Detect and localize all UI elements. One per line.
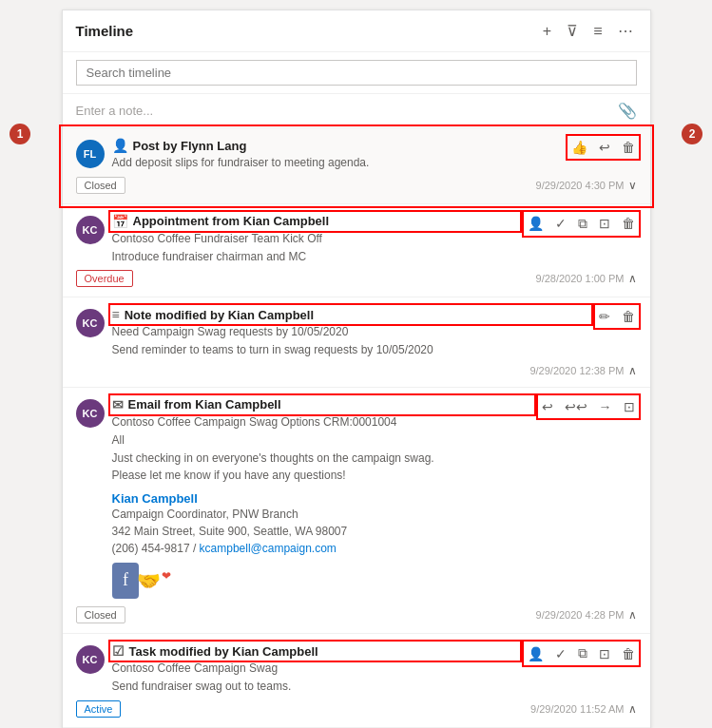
appointment-desc2: Introduce fundraiser chairman and MC (112, 249, 518, 265)
note-icon: ≡ (112, 307, 120, 322)
email-signature: Kian Campbell Campaign Coordinator, PNW … (112, 491, 532, 601)
note-timestamp: 9/29/2020 12:38 PM ∧ (529, 364, 636, 377)
delete-task-button[interactable]: 🗑 (620, 644, 637, 663)
email-title-text: Email from Kian Campbell (128, 397, 281, 412)
note-footer: 9/29/2020 12:38 PM ∧ (76, 364, 637, 377)
task-desc1: Contoso Coffee Campaign Swag (112, 661, 518, 677)
note-content: ≡ Note modified by Kian Campbell Need Ca… (112, 307, 589, 358)
attachment-icon[interactable]: 📎 (618, 102, 637, 120)
note-time-text: 9/29/2020 12:38 PM (529, 365, 624, 376)
copy-task-button[interactable]: ⧉ (576, 643, 589, 663)
post-content: 👤 Post by Flynn Lang Add deposit slips f… (112, 138, 562, 171)
check-button[interactable]: ✓ (553, 214, 568, 233)
appointment-header: KC 📅 Appointment from Kian Campbell Cont… (76, 214, 637, 265)
email-desc3: Just checking in on everyone's thoughts … (112, 450, 532, 467)
svg-text:🤝: 🤝 (136, 569, 160, 592)
appt-time-text: 9/28/2020 1:00 PM (536, 273, 625, 284)
task-actions: 👤 ✓ ⧉ ⊡ 🗑 (526, 643, 637, 663)
note-chevron[interactable]: ∧ (628, 364, 637, 377)
note-title-text: Note modified by Kian Campbell (125, 308, 314, 322)
sig-email-link[interactable]: kcampbell@campaign.com (200, 542, 337, 555)
post-item: FL 👤 Post by Flynn Lang Add deposit slip… (63, 128, 650, 204)
post-badge: Closed (76, 177, 125, 194)
add-icon[interactable]: + (539, 21, 555, 42)
reply-button[interactable]: ↩ (597, 138, 612, 157)
reply-all-button[interactable]: ↩↩ (563, 397, 589, 416)
post-chevron[interactable]: ∨ (628, 179, 637, 192)
avatar-kc-task: KC (76, 645, 105, 674)
task-chevron[interactable]: ∧ (628, 702, 637, 716)
avatar-fl: FL (76, 140, 105, 168)
email-desc1: Contoso Coffee Campaign Swag Options CRM… (112, 414, 532, 431)
delete-button[interactable]: 🗑 (620, 138, 637, 157)
avatar-kc-appt: KC (76, 216, 105, 244)
appt-chevron[interactable]: ∧ (628, 272, 637, 285)
panel-header: Timeline + ⊽ ≡ ⋯ (63, 10, 650, 52)
sort-icon[interactable]: ≡ (589, 21, 606, 42)
post-timestamp: 9/29/2020 4:30 PM ∨ (536, 179, 637, 192)
email-timestamp: 9/29/2020 4:28 PM ∧ (536, 608, 637, 622)
email-badge: Closed (76, 606, 125, 623)
search-input[interactable] (76, 60, 637, 86)
assign-button[interactable]: 👤 (526, 214, 546, 233)
task-item: KC ☑ Task modified by Kian Campbell Cont… (63, 634, 650, 728)
svg-text:❤: ❤ (162, 569, 171, 583)
post-time-text: 9/29/2020 4:30 PM (536, 180, 625, 191)
note-header: KC ≡ Note modified by Kian Campbell Need… (76, 307, 637, 358)
appointment-title-text: Appointment from Kian Campbell (133, 214, 330, 228)
task-title: ☑ Task modified by Kian Campbell (112, 643, 518, 659)
avatar-kc-email: KC (76, 399, 105, 428)
email-header: KC ✉ Email from Kian Campbell Contoso Co… (76, 397, 637, 601)
task-title-text: Task modified by Kian Campbell (129, 644, 318, 659)
edit-button[interactable]: ✏ (597, 307, 612, 326)
delete-button-appt[interactable]: 🗑 (620, 214, 637, 233)
note-desc2: Send reminder to teams to turn in swag r… (112, 342, 589, 358)
email-icon: ✉ (112, 397, 124, 412)
panel-title: Timeline (76, 23, 531, 39)
appointment-actions: 👤 ✓ ⧉ ⊡ 🗑 (526, 214, 637, 234)
appointment-footer: Overdue 9/28/2020 1:00 PM ∧ (76, 270, 637, 287)
overdue-badge: Overdue (76, 270, 133, 287)
task-content: ☑ Task modified by Kian Campbell Contoso… (112, 643, 518, 695)
open-button[interactable]: ⊡ (597, 214, 612, 233)
more-icon[interactable]: ⋯ (614, 20, 637, 42)
task-badge: Active (76, 700, 122, 718)
note-placeholder[interactable]: Enter a note... (76, 104, 154, 118)
email-title: ✉ Email from Kian Campbell (112, 397, 532, 412)
label-2: 2 (682, 124, 702, 144)
post-desc: Add deposit slips for fundraiser to meet… (112, 155, 562, 171)
open-task-button[interactable]: ⊡ (597, 644, 612, 663)
note-desc1: Need Campaign Swag requests by 10/05/202… (112, 324, 589, 340)
timeline-panel: Timeline + ⊽ ≡ ⋯ Enter a note... 📎 FL 👤 … (62, 10, 651, 728)
avatar-kc-note: KC (76, 309, 105, 337)
email-time-text: 9/29/2020 4:28 PM (536, 609, 625, 621)
assign-task-button[interactable]: 👤 (526, 644, 546, 663)
check-task-button[interactable]: ✓ (553, 644, 568, 663)
email-chevron[interactable]: ∧ (628, 608, 637, 622)
appointment-desc1: Contoso Coffee Fundraiser Team Kick Off (112, 231, 518, 247)
email-footer: Closed 9/29/2020 4:28 PM ∧ (76, 606, 637, 623)
note-actions: ✏ 🗑 (597, 307, 637, 326)
forward-button[interactable]: → (597, 397, 614, 416)
post-icon: 👤 (112, 138, 128, 153)
task-header: KC ☑ Task modified by Kian Campbell Cont… (76, 643, 637, 695)
appointment-timestamp: 9/28/2020 1:00 PM ∧ (536, 272, 637, 285)
email-desc4: Please let me know if you have any quest… (112, 468, 532, 484)
sig-name: Kian Campbell (112, 491, 532, 506)
delete-button-note[interactable]: 🗑 (620, 307, 637, 326)
sig-addr: 342 Main Street, Suite 900, Seattle, WA … (112, 523, 532, 540)
signature-image: f 🤝 ❤ (112, 561, 173, 601)
appointment-content: 📅 Appointment from Kian Campbell Contoso… (112, 214, 518, 265)
sig-role: Campaign Coordinator, PNW Branch (112, 506, 532, 523)
reply-email-button[interactable]: ↩ (540, 397, 555, 416)
open-email-button[interactable]: ⊡ (622, 397, 637, 416)
note-title: ≡ Note modified by Kian Campbell (112, 307, 589, 322)
task-desc2: Send fundraiser swag out to teams. (112, 679, 518, 695)
thumbsup-button[interactable]: 👍 (569, 138, 589, 157)
filter-icon[interactable]: ⊽ (563, 20, 582, 42)
copy-button[interactable]: ⧉ (576, 214, 589, 234)
main-container: 1 2 Timeline + ⊽ ≡ ⋯ Enter a note... 📎 F… (10, 10, 702, 728)
task-footer: Active 9/29/2020 11:52 AM ∧ (76, 700, 637, 718)
label-1: 1 (10, 124, 30, 144)
sig-contact: (206) 454-9817 / kcampbell@campaign.com (112, 540, 532, 557)
